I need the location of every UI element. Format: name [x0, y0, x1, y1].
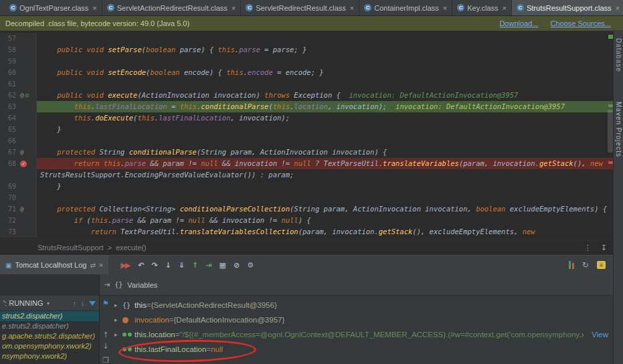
gutter-icons [18, 44, 37, 56]
move-down-icon[interactable]: ↓ [102, 342, 108, 351]
settings-icon[interactable]: ⚙ [247, 261, 252, 270]
prev-frame-icon[interactable]: ↑ [73, 300, 76, 307]
editor-tab[interactable]: COgnlTextParser.class× [5, 0, 102, 15]
code-text [37, 56, 614, 67]
scrollbar-thumb[interactable] [608, 110, 613, 153]
editor-kebab-icon[interactable]: ⋮ [584, 244, 592, 252]
code-token: parse) { [175, 46, 217, 54]
stack-frame[interactable]: om.opensymphony.xwork2) [0, 341, 99, 351]
rerun-icon[interactable]: ▶▶ [120, 261, 129, 270]
breakpoint-icon[interactable]: ✓ [20, 161, 27, 167]
code-token: this [40, 102, 91, 110]
tab-close-icon[interactable]: × [503, 4, 507, 12]
banner-link[interactable]: Choose Sources... [551, 19, 612, 27]
class-file-icon: C [9, 4, 17, 11]
step-into-icon[interactable]: ↓ [165, 261, 170, 270]
code-line: 71@ protected Collection<String> conditi… [0, 203, 614, 215]
code-token: boolean [476, 205, 505, 213]
mute-breakpoints-icon[interactable]: ⊘ [234, 261, 238, 270]
code-token: this [137, 114, 154, 122]
code-text: public void execute(ActionInvocation inv… [37, 90, 614, 101]
bookmark-icon[interactable]: ⚑ [102, 299, 109, 308]
editor-tab[interactable]: CKey.class× [452, 0, 512, 15]
gutter-icons: ✓ [18, 158, 37, 169]
editor-tab[interactable]: CServletActionRedirectResult.class× [102, 0, 242, 15]
code-text [37, 33, 614, 44]
code-token: (param, invocation. [459, 159, 539, 167]
view-link[interactable]: View [584, 331, 614, 339]
editor-tab[interactable]: CServletRedirectResult.class× [241, 0, 359, 15]
run-to-cursor-icon[interactable]: ⇥ [205, 261, 210, 270]
line-number: 67 [0, 147, 18, 158]
code-editor[interactable]: 5758 public void setParse(boolean parse)… [0, 31, 614, 240]
breadcrumb-class[interactable]: StrutsResultSupport [37, 244, 103, 252]
thread-selector[interactable]: ': RUNNING ▼ ↑ ↓ [0, 296, 99, 311]
tab-close-icon[interactable]: × [443, 4, 447, 12]
force-step-into-icon[interactable]: ⇓ [179, 261, 183, 270]
variable-row[interactable]: ▸{}this = {ServletActionRedirectResult@3… [112, 298, 614, 312]
filter-funnel-icon[interactable] [89, 301, 96, 306]
variable-value: null [211, 345, 223, 353]
evaluate-expression-icon[interactable]: ▦ [219, 261, 225, 270]
show-execution-point-icon[interactable]: ↶ [138, 261, 143, 270]
expand-chevron-icon[interactable]: ▸ [114, 331, 122, 338]
variables-panel: ⚑↑↓❐ ▸{}this = {ServletActionRedirectRes… [100, 296, 614, 364]
code-text: public void setParse(boolean parse) { th… [37, 44, 614, 56]
debug-tab-label: Tomcat Localhost Log [15, 261, 86, 269]
restore-layout-icon[interactable]: ⇥ [104, 280, 110, 289]
tab-close-icon[interactable]: × [232, 4, 236, 12]
line-number: 57 [0, 33, 18, 44]
tool-window-button-database[interactable]: Database [615, 38, 622, 72]
step-out-icon[interactable]: ↑ [192, 261, 197, 270]
debug-status-icons: ↻ ≡ [569, 260, 614, 270]
stack-frame[interactable]: nsymphony.xwork2) [0, 351, 99, 361]
variable-row[interactable]: this.lastFinalLocation = null [112, 342, 614, 357]
next-frame-icon[interactable]: ↓ [81, 300, 84, 307]
line-number: 58 [0, 44, 18, 56]
debug-tab-tomcat-log[interactable]: ▣ Tomcat Localhost Log ⇄ × [0, 256, 108, 274]
tab-label: OgnlTextParser.class [19, 4, 88, 12]
scroll-down-icon[interactable]: ↧ [601, 244, 607, 252]
tab-close-icon[interactable]: × [350, 4, 354, 12]
code-token: location [294, 102, 328, 110]
stack-frame[interactable]: struts2.dispatcher) [0, 311, 99, 321]
line-number: 72 [0, 215, 18, 226]
debug-tab-close-icon[interactable]: × [99, 261, 103, 269]
refresh-icon[interactable]: ↻ [582, 260, 589, 270]
stack-frame[interactable]: g.apache.struts2.dispatcher) [0, 331, 99, 341]
copy-icon[interactable]: ❐ [102, 356, 109, 364]
code-token: StrutsResultSupport.EncodingParsedValueE… [40, 171, 294, 179]
variable-row[interactable]: ▸invocation = {DefaultActionInvocation@3… [112, 312, 614, 327]
code-line: 73 return TextParseUtil.translateVariabl… [0, 226, 614, 238]
variable-name: this.lastFinalLocation [135, 345, 206, 353]
breadcrumb-method[interactable]: execute() [116, 244, 147, 252]
code-token: this [91, 216, 108, 224]
editor-tab[interactable]: CStrutsResultSupport.class× [512, 0, 623, 15]
expand-chevron-icon[interactable]: ▸ [114, 302, 122, 308]
line-number: 59 [0, 56, 18, 67]
code-token: encode) { [180, 68, 227, 76]
variables-side-toolbar: ⚑↑↓❐ [100, 296, 112, 364]
variable-row[interactable]: ▸this.location = "/${(#_memberAccess=@og… [112, 327, 614, 342]
step-over-icon[interactable]: ↷ [151, 261, 156, 270]
move-up-icon[interactable]: ↑ [102, 331, 108, 339]
code-token: } [40, 182, 62, 190]
tab-close-icon[interactable]: × [92, 4, 96, 12]
breadcrumb-separator: > [107, 244, 111, 252]
variable-type-icon: {} [122, 302, 135, 309]
code-token: this [273, 102, 290, 110]
frames-panel: ': RUNNING ▼ ↑ ↓ struts2.dispatcher)e.st… [0, 296, 100, 364]
editor-tab[interactable]: CContainerImpl.class× [359, 0, 452, 15]
stack-frame[interactable]: e.struts2.dispatcher) [0, 321, 99, 331]
banner-link[interactable]: Download... [499, 19, 538, 27]
tab-close-icon[interactable]: × [616, 4, 620, 12]
code-text: StrutsResultSupport.EncodingParsedValueE… [37, 169, 614, 181]
code-token: excludeEmptyElements) { [505, 205, 607, 213]
expand-chevron-icon[interactable]: ▸ [114, 316, 122, 323]
field-icon [122, 317, 128, 323]
tool-window-button-maven-projects[interactable]: Maven Projects [615, 102, 622, 157]
gutter-icons [18, 169, 37, 181]
tab-label: Key.class [467, 4, 498, 12]
code-token: return [40, 227, 120, 236]
watch-dot-icon [122, 347, 126, 351]
